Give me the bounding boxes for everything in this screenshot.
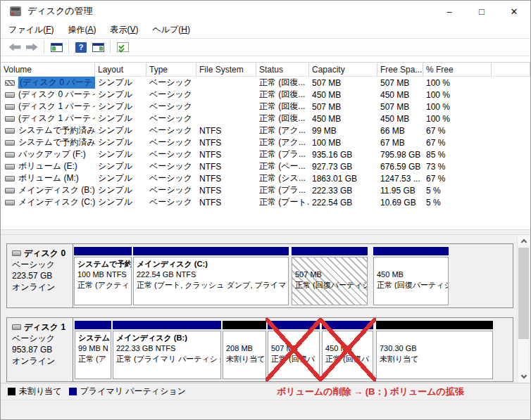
cell-status: 正常 (ペー... [256, 160, 309, 172]
table-row[interactable]: (ディスク 0 パーティシ... シンプル ベーシック 正常 (回復... 50… [1, 77, 530, 89]
partition-color-bar [74, 247, 132, 255]
volume-name: システムで予約済み ... [18, 136, 95, 148]
legend-label: プライマリ パーティション [80, 386, 186, 397]
window-title: ディスクの管理 [27, 5, 93, 18]
disk1-panel[interactable]: ディスク 1 ベーシック 953.87 GB オンライン [7, 318, 73, 381]
partition-title [226, 333, 263, 343]
partition-recovery-507-selected[interactable]: 507 MB 正常 (回復パーティシ [292, 247, 368, 305]
table-row[interactable]: (ディスク 1 パーティシ... シンプル ベーシック 正常 (回復... 45… [1, 113, 530, 125]
partition-main-disk-b[interactable]: メインディスク (B:) 222.33 GB NTFS 正常 (プライマリ パー… [113, 321, 221, 379]
pane-splitter[interactable] [1, 229, 530, 235]
partition-main-disk-c[interactable]: メインディスク (C:) 222.54 GB NTFS 正常 (ブート, クラッ… [133, 247, 289, 305]
minimize-button[interactable]: – [433, 1, 466, 22]
menu-item-help[interactable]: ヘルプ(H) [146, 22, 197, 38]
cell-type: ベーシック [146, 125, 196, 136]
disk0-band: ディスク 0 ベーシック 223.57 GB オンライン システムで予約 100… [6, 243, 513, 308]
scroll-down-button[interactable] [518, 371, 530, 383]
column-header-pct-free[interactable]: % Free [423, 63, 492, 77]
partition-unallocated-208[interactable]: 208 MB 未割り当て [223, 321, 266, 379]
chevron-up-icon [520, 239, 526, 245]
cell-capacity: 100 MB [309, 138, 377, 148]
volume-name: (ディスク 1 パーティシ... [18, 101, 95, 113]
column-header-capacity[interactable]: Capacity [309, 63, 377, 77]
checklist-button[interactable] [114, 39, 131, 55]
volume-icon [5, 80, 15, 86]
console-tree-button[interactable] [48, 39, 65, 55]
table-row[interactable]: システムで予約済み ... シンプル ベーシック NTFS 正常 (アク... … [1, 125, 530, 136]
help-button[interactable]: ? [73, 39, 89, 55]
cell-pct-free: 100 % [423, 90, 492, 100]
cell-free: 450 MB [377, 90, 423, 100]
volume-name: ボリューム (E:) [18, 160, 77, 172]
cell-fs: NTFS [196, 174, 256, 184]
cell-capacity: 99 MB [309, 126, 377, 136]
disk1-kind: ベーシック [12, 333, 68, 344]
table-row[interactable]: システムで予約済み ... シンプル ベーシック NTFS 正常 (アク... … [1, 136, 530, 148]
disk-management-window: ディスクの管理 – □ ✕ ファイル(F) 操作(A) 表示(V) ヘルプ(H)… [0, 0, 531, 420]
scroll-up-button[interactable] [518, 235, 530, 247]
column-header-free-space[interactable]: Free Spa... [377, 63, 423, 77]
table-row[interactable]: ボリューム (E:) シンプル ベーシック NTFS 正常 (ペー... 927… [1, 160, 530, 172]
partition-size: 507 MB [295, 269, 364, 280]
table-row[interactable]: (ディスク 0 パーティシ... シンプル ベーシック 正常 (回復... 45… [1, 89, 530, 101]
partition-status: 正常 (回復パーティシ [377, 280, 445, 291]
menu-item-file[interactable]: ファイル(F) [2, 22, 60, 38]
menu-view-pre: 表示( [110, 25, 130, 34]
volume-name: メインディスク (B:) [18, 184, 95, 196]
column-header-layout[interactable]: Layout [95, 63, 146, 77]
menu-help-post: ) [187, 25, 190, 34]
scrollbar-thumb[interactable] [518, 248, 529, 339]
partition-size: 100 MB NTFS [77, 269, 128, 280]
cell-free: 11.95 GB [377, 186, 423, 196]
table-row[interactable]: メインディスク (B:) シンプル ベーシック NTFS 正常 (プラ... 2… [1, 184, 530, 196]
maximize-button[interactable]: □ [466, 1, 498, 22]
menu-item-view[interactable]: 表示(V) [104, 22, 144, 38]
disk-icon [12, 250, 21, 256]
back-button[interactable] [6, 39, 23, 55]
cell-free: 795.98 GB [377, 150, 423, 160]
cell-free: 507 MB [377, 102, 423, 112]
partition-status: 正常 (アクティ [77, 280, 128, 291]
unallocated-color-swatch [8, 388, 15, 395]
red-annotation-text: ボリュームの削除 → (B：) ボリュームの拡張 [277, 386, 464, 398]
column-header-file-system[interactable]: File System [196, 63, 256, 77]
disk0-panel[interactable]: ディスク 0 ベーシック 223.57 GB オンライン [7, 244, 73, 307]
cell-status: 正常 (シス... [256, 172, 309, 184]
cell-layout: シンプル [95, 196, 146, 208]
partition-unallocated-730[interactable]: 730.30 GB 未割り当て [376, 321, 493, 379]
cell-type: ベーシック [146, 172, 196, 184]
partition-color-bar [113, 321, 221, 329]
cell-layout: シンプル [95, 148, 146, 160]
partition-system-reserved[interactable]: システムで予約 100 MB NTFS 正常 (アクティ [74, 247, 132, 305]
volume-name: (ディスク 1 パーティシ... [18, 113, 95, 125]
disk1-status: オンライン [12, 355, 68, 367]
table-row[interactable]: (ディスク 1 パーティシ... シンプル ベーシック 正常 (回復... 50… [1, 101, 530, 113]
cell-capacity: 222.54 GB [309, 198, 377, 208]
table-row[interactable]: バックアップ (F:) シンプル ベーシック NTFS 正常 (プラ... 93… [1, 148, 530, 160]
partition-color-bar [373, 247, 449, 255]
disk-icon [12, 324, 21, 330]
menu-item-action[interactable]: 操作(A) [61, 22, 102, 38]
column-header-volume[interactable]: Volume [1, 63, 95, 77]
column-header-status[interactable]: Status [256, 63, 309, 77]
table-row[interactable]: ボリューム (M:) シンプル ベーシック NTFS 正常 (シス... 186… [1, 172, 530, 184]
column-header-type[interactable]: Type [146, 63, 196, 77]
help-icon: ? [75, 42, 87, 53]
cell-pct-free: 67 % [423, 126, 492, 136]
console-tree-icon [51, 43, 63, 52]
table-row[interactable]: メインディスク (C:) シンプル ベーシック NTFS 正常 (ブート... … [1, 196, 530, 208]
action-pane-button[interactable] [89, 39, 106, 55]
cell-type: ベーシック [146, 196, 196, 208]
forward-button[interactable] [23, 39, 40, 55]
volume-icon [5, 200, 15, 205]
volume-icon [5, 116, 15, 122]
volume-list-header: Volume Layout Type File System Status Ca… [1, 63, 530, 77]
vertical-scrollbar[interactable] [517, 235, 529, 383]
partition-recovery-450[interactable]: 450 MB 正常 (回復パーティシ [373, 247, 449, 305]
cell-capacity: 507 MB [309, 78, 377, 88]
status-strip [1, 400, 530, 420]
cell-free: 507 MB [377, 78, 423, 88]
window-controls: – □ ✕ [433, 1, 530, 22]
partition-system[interactable]: システム 99 MB N 正常 (ア [75, 321, 111, 379]
close-button[interactable]: ✕ [498, 1, 530, 22]
